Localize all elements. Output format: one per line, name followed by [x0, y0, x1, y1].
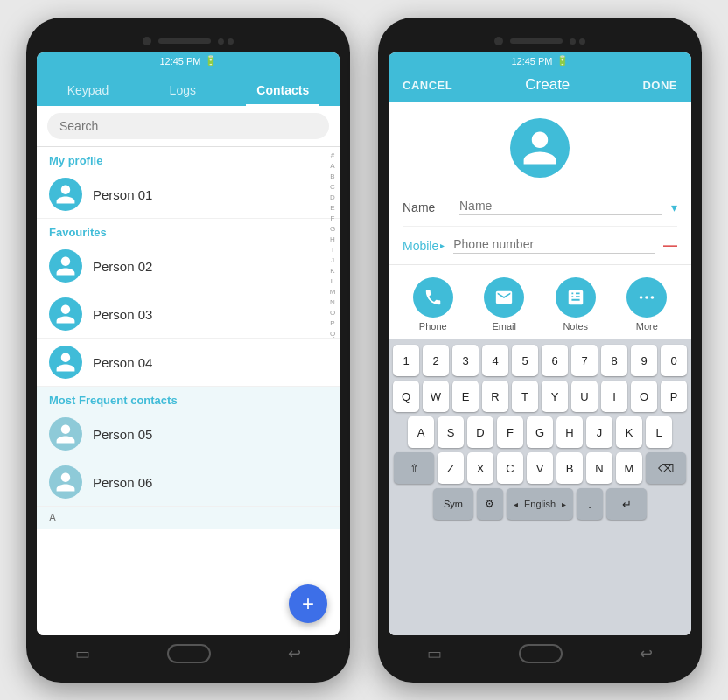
lang-selector[interactable]: ◂ English ▸ [507, 488, 573, 520]
key-2[interactable]: 2 [423, 345, 449, 376]
email-action-circle [484, 277, 524, 318]
tab-logs[interactable]: Logs [159, 76, 206, 106]
contact-row-person05[interactable]: Person 05 [37, 410, 340, 458]
key-q[interactable]: Q [393, 381, 419, 412]
action-email[interactable]: Email [484, 277, 524, 332]
nav-recent-icon[interactable]: ▭ [75, 644, 90, 663]
key-9[interactable]: 9 [631, 345, 657, 376]
avatar-person06 [49, 466, 82, 499]
contact-row-person03[interactable]: Person 03 [37, 290, 340, 339]
contact-name-person04: Person 04 [93, 355, 152, 370]
backspace-key[interactable]: ⌫ [646, 452, 686, 484]
key-0[interactable]: 0 [661, 345, 687, 376]
status-bar-2: 12:45 PM 🔋 [388, 52, 691, 69]
key-z[interactable]: Z [438, 452, 464, 484]
name-dropdown-icon[interactable]: ▾ [671, 200, 677, 214]
key-a[interactable]: A [408, 416, 434, 448]
phone-input[interactable] [453, 237, 654, 254]
key-r[interactable]: R [482, 381, 508, 412]
key-e[interactable]: E [452, 381, 479, 412]
cancel-button[interactable]: CANCEL [402, 79, 452, 92]
contact-row-person06[interactable]: Person 06 [37, 458, 340, 507]
contact-row-person02[interactable]: Person 02 [37, 242, 340, 290]
contact-row-person01[interactable]: Person 01 [37, 171, 340, 219]
key-v[interactable]: V [527, 452, 553, 484]
dot-3 [570, 38, 576, 45]
dot-2 [228, 38, 234, 45]
delete-phone-icon[interactable]: — [663, 238, 677, 254]
key-o[interactable]: O [631, 381, 657, 412]
key-c[interactable]: C [497, 452, 523, 484]
create-avatar[interactable] [510, 118, 570, 178]
key-3[interactable]: 3 [452, 345, 479, 376]
key-1[interactable]: 1 [393, 345, 419, 376]
nav-home-button[interactable] [167, 644, 211, 663]
action-phone-label: Phone [419, 321, 447, 332]
fab-add-contact[interactable]: + [289, 584, 327, 623]
contact-row-person04[interactable]: Person 04 [37, 339, 340, 387]
key-j[interactable]: J [586, 416, 612, 448]
tab-keypad[interactable]: Keypad [57, 76, 119, 106]
action-more[interactable]: More [626, 277, 667, 332]
key-7[interactable]: 7 [571, 345, 598, 376]
section-my-profile: My profile [37, 147, 340, 171]
contacts-list: My profile Person 01 Favourites Person 0… [37, 147, 340, 635]
key-u[interactable]: U [571, 381, 598, 412]
app-header-1: Keypad Logs Contacts [37, 69, 340, 106]
create-header: CANCEL Create DONE [388, 69, 691, 102]
tab-contacts[interactable]: Contacts [246, 76, 319, 106]
key-8[interactable]: 8 [601, 345, 627, 376]
key-y[interactable]: Y [542, 381, 568, 412]
key-b[interactable]: B [556, 452, 583, 484]
key-4[interactable]: 4 [482, 345, 508, 376]
done-button[interactable]: DONE [642, 79, 677, 92]
key-g[interactable]: G [527, 416, 553, 448]
key-6[interactable]: 6 [542, 345, 568, 376]
camera-dot [143, 37, 151, 46]
key-i[interactable]: I [601, 381, 627, 412]
contact-name-person05: Person 05 [93, 427, 152, 442]
name-row: Name ▾ [402, 188, 677, 227]
key-h[interactable]: H [556, 416, 583, 448]
shift-key[interactable]: ⇧ [394, 452, 434, 484]
phone-1-top-bar [37, 33, 340, 52]
key-5[interactable]: 5 [512, 345, 538, 376]
dot-4 [579, 38, 585, 45]
key-f[interactable]: F [497, 416, 523, 448]
lang-left-arrow: ◂ [514, 500, 518, 509]
search-input[interactable] [47, 113, 329, 139]
phone-2-bottom-bar: ▭ ↩ [388, 635, 691, 667]
footer-letter: A [37, 507, 340, 529]
key-row-bottom: Sym ⚙ ◂ English ▸ . ↵ [392, 488, 688, 520]
key-m[interactable]: M [616, 452, 642, 484]
action-phone[interactable]: Phone [413, 277, 453, 332]
key-row-zxcv: ⇧ Z X C V B N M ⌫ [392, 452, 688, 484]
action-notes[interactable]: Notes [556, 277, 596, 332]
contact-name-person01: Person 01 [93, 187, 152, 202]
key-k[interactable]: K [616, 416, 642, 448]
phone-2: 12:45 PM 🔋 CANCEL Create DONE Name ▾ Mo [378, 18, 702, 682]
enter-key[interactable]: ↵ [606, 488, 647, 520]
key-l[interactable]: L [646, 416, 672, 448]
name-input[interactable] [459, 199, 662, 215]
nav-back-icon[interactable]: ↩ [288, 644, 301, 663]
settings-key[interactable]: ⚙ [477, 488, 503, 520]
nav-home-button-2[interactable] [519, 644, 563, 663]
contact-name-person03: Person 03 [93, 307, 152, 322]
phone-action-circle [413, 277, 453, 318]
nav-recent-icon-2[interactable]: ▭ [427, 644, 442, 663]
key-s[interactable]: S [438, 416, 464, 448]
key-t[interactable]: T [512, 381, 538, 412]
lang-label: English [524, 499, 556, 509]
key-n[interactable]: N [586, 452, 612, 484]
sym-key[interactable]: Sym [433, 488, 473, 520]
key-w[interactable]: W [423, 381, 449, 412]
key-p[interactable]: P [661, 381, 687, 412]
mobile-label[interactable]: Mobile ▸ [402, 239, 444, 253]
dot-1 [218, 38, 224, 45]
key-x[interactable]: X [467, 452, 494, 484]
nav-back-icon-2[interactable]: ↩ [640, 644, 653, 663]
period-key[interactable]: . [577, 488, 603, 520]
key-d[interactable]: D [467, 416, 494, 448]
status-bar-1: 12:45 PM 🔋 [37, 52, 340, 69]
